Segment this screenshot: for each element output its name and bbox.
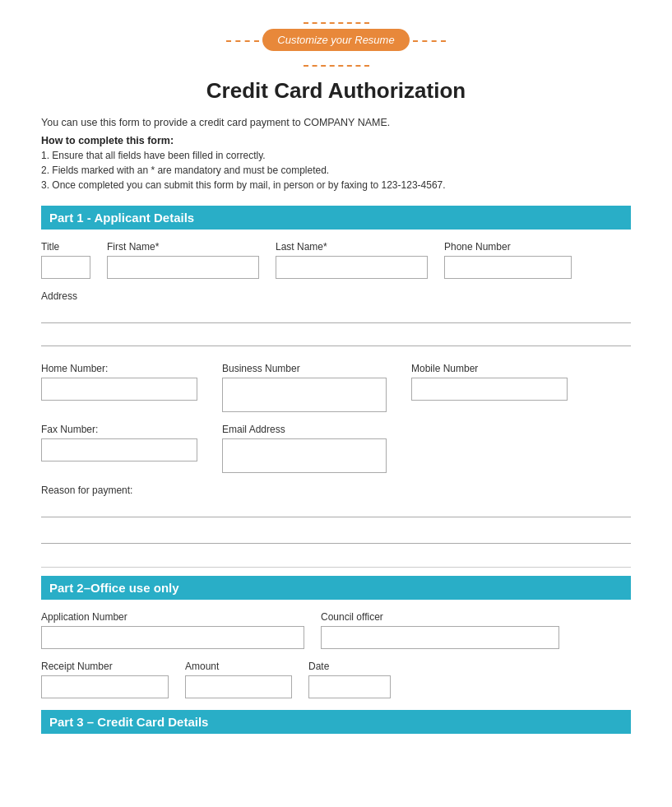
mobile-label: Mobile Number (411, 363, 568, 374)
council-label: Council officer (321, 611, 559, 623)
lastname-label: Last Name* (276, 241, 428, 253)
council-group: Council officer (321, 611, 559, 649)
receipt-group: Receipt Number (41, 661, 169, 698)
lastname-group: Last Name* (276, 241, 428, 279)
address-row: Address (41, 290, 631, 351)
instruction-step-2: 2. Fields marked with an * are mandatory… (41, 163, 631, 178)
date-input[interactable] (308, 675, 391, 698)
reason-label: Reason for payment: (41, 485, 631, 496)
business-group: Business Number (222, 363, 387, 412)
mobile-input[interactable] (411, 378, 568, 401)
home-input[interactable] (41, 378, 197, 401)
instruction-step-3: 3. Once completed you can submit this fo… (41, 178, 631, 192)
firstname-input[interactable] (107, 256, 259, 279)
office-row-2: Receipt Number Amount Date (41, 661, 631, 698)
reason-row: Reason for payment: (41, 485, 631, 552)
address-line-1[interactable] (41, 305, 631, 323)
appnum-group: Application Number (41, 611, 304, 649)
customize-button[interactable]: Customize your Resume (262, 29, 409, 51)
part1-header: Part 1 - Applicant Details (41, 206, 631, 230)
email-label: Email Address (222, 424, 387, 435)
home-group: Home Number: (41, 363, 197, 401)
phone-input[interactable] (444, 256, 572, 279)
lastname-input[interactable] (276, 256, 428, 279)
appnum-label: Application Number (41, 611, 304, 623)
dashed-line-left (304, 22, 369, 24)
business-label: Business Number (222, 363, 387, 374)
contact-row-2: Fax Number: Email Address (41, 424, 631, 473)
instruction-step-1: 1. Ensure that all fields have been fill… (41, 148, 631, 163)
email-group: Email Address (222, 424, 387, 473)
fax-input[interactable] (41, 438, 197, 461)
firstname-group: First Name* (107, 241, 259, 279)
page: Customize your Resume Credit Card Author… (0, 0, 672, 807)
part3-header: Part 3 – Credit Card Details (41, 710, 631, 734)
reason-line-2[interactable] (41, 526, 631, 544)
appnum-input[interactable] (41, 626, 304, 649)
receipt-label: Receipt Number (41, 661, 169, 672)
part2-header: Part 2–Office use only (41, 576, 631, 600)
reason-line-1[interactable] (41, 499, 631, 517)
customize-wrapper: Customize your Resume (41, 16, 631, 72)
amount-input[interactable] (185, 675, 292, 698)
title-group: Title (41, 241, 90, 279)
contact-row-1: Home Number: Business Number Mobile Numb… (41, 363, 631, 412)
date-group: Date (308, 661, 391, 698)
phone-group: Phone Number (444, 241, 572, 279)
phone-label: Phone Number (444, 241, 572, 253)
address-label: Address (41, 290, 631, 302)
council-input[interactable] (321, 626, 559, 649)
fax-group: Fax Number: (41, 424, 197, 461)
section-divider (41, 567, 631, 568)
address-lines (41, 305, 631, 351)
reason-lines (41, 499, 631, 552)
title-input[interactable] (41, 256, 90, 279)
receipt-input[interactable] (41, 675, 169, 698)
firstname-label: First Name* (107, 241, 259, 253)
office-row-1: Application Number Council officer (41, 611, 631, 649)
page-title: Credit Card Authorization (41, 78, 631, 104)
dashed-line-right (304, 65, 369, 67)
name-row: Title First Name* Last Name* Phone Numbe… (41, 241, 631, 279)
instructions: How to complete this form: 1. Ensure tha… (41, 135, 631, 192)
address-line-2[interactable] (41, 328, 631, 346)
mobile-group: Mobile Number (411, 363, 568, 401)
instructions-heading: How to complete this form: (41, 135, 631, 146)
home-label: Home Number: (41, 363, 197, 374)
business-input[interactable] (222, 378, 387, 412)
amount-group: Amount (185, 661, 292, 698)
title-label: Title (41, 241, 90, 253)
email-input[interactable] (222, 438, 387, 473)
date-label: Date (308, 661, 391, 672)
intro-text: You can use this form to provide a credi… (41, 117, 631, 128)
amount-label: Amount (185, 661, 292, 672)
fax-label: Fax Number: (41, 424, 197, 435)
